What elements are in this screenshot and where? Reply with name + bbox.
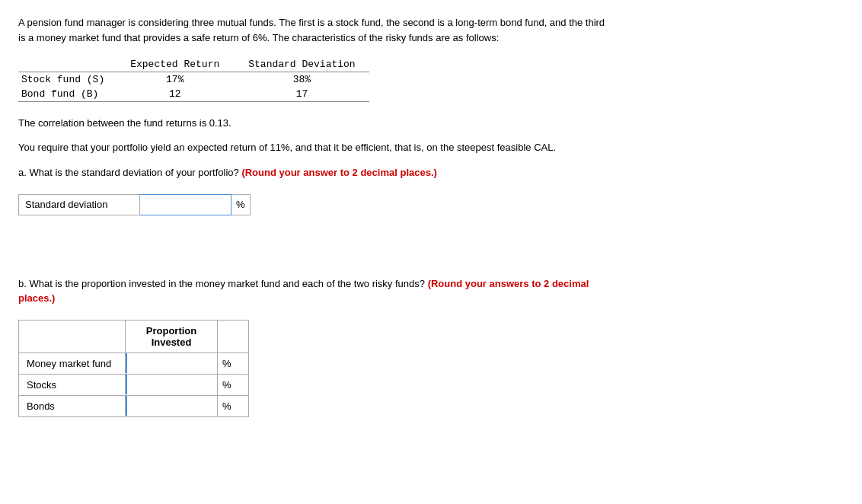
stocks-input-cell	[126, 374, 218, 395]
proportion-table: ProportionInvested Money market fund % S…	[18, 320, 249, 417]
std-dev-percent: %	[231, 194, 251, 215]
bond-fund-return: 12	[127, 87, 233, 102]
stocks-label: Stocks	[19, 374, 126, 395]
stocks-input[interactable]	[126, 375, 217, 394]
money-market-pct: %	[218, 352, 249, 374]
money-market-row: Money market fund %	[19, 352, 249, 374]
question-a-text: a. What is the standard deviation of you…	[18, 165, 844, 180]
section-b: b. What is the proportion invested in th…	[18, 276, 844, 417]
question-b-bold2: places.)	[18, 292, 55, 304]
intro-paragraph: A pension fund manager is considering th…	[18, 15, 825, 45]
money-market-input[interactable]	[126, 353, 217, 373]
stocks-pct: %	[218, 374, 249, 395]
requirement-text: You require that your portfolio yield an…	[18, 140, 844, 155]
std-dev-label: Standard deviation	[18, 194, 140, 215]
stocks-row: Stocks %	[19, 374, 249, 395]
fund-characteristics-table: Expected Return Standard Deviation Stock…	[18, 57, 369, 102]
money-market-label: Money market fund	[19, 352, 126, 374]
proportion-pct-header	[218, 320, 249, 352]
money-market-input-cell	[126, 352, 218, 374]
std-dev-header: Standard Deviation	[233, 57, 369, 72]
fund-col-header	[18, 57, 127, 72]
bonds-row: Bonds %	[19, 395, 249, 416]
question-a-bold: (Round your answer to 2 decimal places.)	[241, 167, 436, 178]
stock-fund-label: Stock fund (S)	[18, 72, 127, 88]
question-b-bold: (Round your answers to 2 decimal	[428, 278, 589, 289]
expected-return-header: Expected Return	[127, 57, 233, 72]
proportion-empty-header	[19, 320, 126, 352]
std-dev-input[interactable]	[140, 194, 231, 215]
proportion-invested-header: ProportionInvested	[126, 320, 218, 352]
bonds-label: Bonds	[19, 395, 126, 416]
stock-fund-stddev: 38%	[233, 72, 369, 88]
bonds-input[interactable]	[126, 396, 217, 416]
bonds-pct: %	[218, 395, 249, 416]
bond-fund-stddev: 17	[233, 87, 369, 102]
standard-deviation-row: Standard deviation %	[18, 194, 844, 215]
bond-fund-label: Bond fund (B)	[18, 87, 127, 102]
correlation-text: The correlation between the fund returns…	[18, 116, 844, 131]
bonds-input-cell	[126, 395, 218, 416]
question-a-prefix: a. What is the standard deviation of you…	[18, 167, 239, 178]
question-b-text: b. What is the proportion invested in th…	[18, 276, 844, 306]
stock-fund-return: 17%	[127, 72, 233, 88]
question-b-prefix: b. What is the proportion invested in th…	[18, 278, 428, 289]
